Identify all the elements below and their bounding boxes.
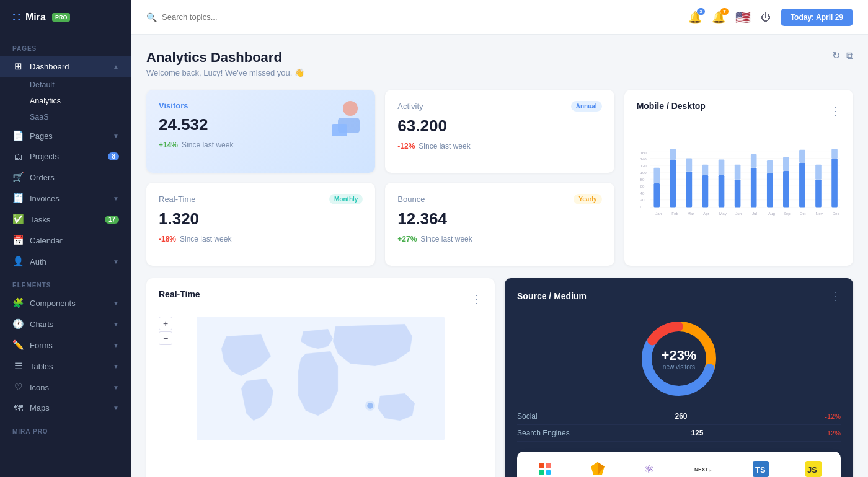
activity-change: -12% xyxy=(397,142,415,151)
sidebar-item-tasks[interactable]: ✅ Tasks 17 xyxy=(0,209,131,230)
today-button[interactable]: Today: April 29 xyxy=(781,9,853,26)
svg-rect-24 xyxy=(670,149,676,159)
icons-chevron: ▼ xyxy=(113,384,119,391)
search-icon: 🔍 xyxy=(146,12,157,22)
source-more[interactable]: ⋮ xyxy=(830,289,841,303)
pages-icon: 📄 xyxy=(12,130,24,141)
svg-text:Feb: Feb xyxy=(671,211,678,216)
realtime-change: -18% xyxy=(159,235,176,243)
map-controls: + − xyxy=(159,317,172,345)
mira-logo-icon: ∷ xyxy=(12,10,20,25)
invoices-label: Invoices xyxy=(30,194,60,203)
sidebar-item-charts[interactable]: 🕐 Charts ▼ xyxy=(0,313,131,335)
svg-text:40: 40 xyxy=(640,191,644,195)
pages-chevron: ▼ xyxy=(113,133,119,139)
calendar-label: Calendar xyxy=(30,236,63,245)
map-zoom-out[interactable]: − xyxy=(159,331,172,345)
sidebar-item-invoices[interactable]: 🧾 Invoices ▼ xyxy=(0,188,131,209)
svg-rect-27 xyxy=(702,175,708,207)
maps-chevron: ▼ xyxy=(113,405,119,411)
svg-rect-30 xyxy=(718,160,724,175)
sidebar-item-calendar[interactable]: 📅 Calendar xyxy=(0,230,131,251)
charts-chevron: ▼ xyxy=(113,321,119,328)
map-title: Real-Time xyxy=(159,289,200,299)
language-selector[interactable]: 🇺🇸 xyxy=(735,10,751,25)
realtime-badge: Monthly xyxy=(329,194,363,204)
notifications-button[interactable]: 🔔 3 xyxy=(688,11,702,24)
sub-item-default[interactable]: Default xyxy=(0,77,131,93)
activity-value: 63.200 xyxy=(397,116,601,136)
mobile-desktop-chart-svg: 160 140 120 100 80 60 40 20 0 xyxy=(637,128,841,252)
sub-item-analytics[interactable]: Analytics xyxy=(0,93,131,109)
svg-text:20: 20 xyxy=(640,198,644,202)
svg-rect-33 xyxy=(751,168,757,208)
power-button[interactable]: ⏻ xyxy=(761,12,771,23)
sidebar-item-forms[interactable]: ✏️ Forms ▼ xyxy=(0,335,131,356)
maps-label: Maps xyxy=(30,403,50,413)
javascript-logo: JS xyxy=(805,460,822,477)
auth-label: Auth xyxy=(30,257,46,266)
pages-label: Pages xyxy=(30,131,53,141)
search-area: 🔍 xyxy=(146,12,298,22)
svg-text:TS: TS xyxy=(755,465,766,475)
alerts-button[interactable]: 🔔 7 xyxy=(712,11,725,24)
svg-point-59 xyxy=(365,401,375,411)
page-header: Analytics Dashboard Welcome back, Lucy! … xyxy=(146,50,853,77)
map-zoom-in[interactable]: + xyxy=(159,317,172,330)
section-label-pages: PAGES xyxy=(0,35,131,56)
svg-rect-38 xyxy=(783,157,789,171)
svg-rect-32 xyxy=(734,165,740,180)
stats-grid: Visitors 24.532 +14% Since last week Act… xyxy=(146,90,853,266)
sidebar-item-pages[interactable]: 📄 Pages ▼ xyxy=(0,125,131,146)
svg-rect-37 xyxy=(783,171,789,207)
sub-item-saas[interactable]: SaaS xyxy=(0,109,131,125)
realtime-header: Real-Time Monthly xyxy=(159,194,363,204)
realtime-footer: -18% Since last week xyxy=(159,235,363,243)
svg-rect-35 xyxy=(767,173,773,208)
nextjs-logo: NEXT .js xyxy=(694,463,717,475)
tasks-icon: ✅ xyxy=(12,214,24,225)
visitors-card: Visitors 24.532 +14% Since last week xyxy=(146,90,375,173)
main-area: 🔍 🔔 3 🔔 7 🇺🇸 ⏻ Today: April 29 xyxy=(131,0,868,477)
calendar-icon: 📅 xyxy=(12,235,24,246)
activity-badge: Annual xyxy=(571,101,602,112)
projects-icon: 🗂 xyxy=(12,151,24,162)
search-input[interactable] xyxy=(162,12,298,22)
redux-logo: ⚛ xyxy=(642,460,659,477)
page-header-text: Analytics Dashboard Welcome back, Lucy! … xyxy=(146,50,304,77)
svg-rect-28 xyxy=(702,165,708,175)
map-more[interactable]: ⋮ xyxy=(471,292,482,306)
sidebar-item-maps[interactable]: 🗺 Maps ▼ xyxy=(0,398,131,418)
forms-icon: ✏️ xyxy=(12,339,24,351)
content-area: Analytics Dashboard Welcome back, Lucy! … xyxy=(131,35,868,477)
svg-rect-25 xyxy=(686,172,692,208)
sidebar-item-projects[interactable]: 🗂 Projects 8 xyxy=(0,146,131,167)
sidebar-item-components[interactable]: 🧩 Components ▼ xyxy=(0,292,131,313)
sidebar-item-auth[interactable]: 👤 Auth ▼ xyxy=(0,251,131,272)
sidebar-item-icons[interactable]: ♡ Icons ▼ xyxy=(0,377,131,398)
svg-text:Oct: Oct xyxy=(799,211,805,216)
projects-badge: 8 xyxy=(108,152,119,160)
svg-rect-68 xyxy=(539,470,544,475)
charts-icon: 🕐 xyxy=(12,318,24,330)
sidebar-item-dashboard[interactable]: ⊞ Dashboard ▲ xyxy=(0,56,131,77)
sidebar-item-orders[interactable]: 🛒 Orders xyxy=(0,167,131,188)
filter-button[interactable]: ⧉ xyxy=(846,50,853,61)
header-actions: ↻ ⧉ xyxy=(832,50,853,61)
svg-text:100: 100 xyxy=(640,170,647,175)
topbar: 🔍 🔔 3 🔔 7 🇺🇸 ⏻ Today: April 29 xyxy=(131,0,868,35)
mobile-desktop-header: Mobile / Desktop ⋮ xyxy=(637,101,841,121)
figma-logo xyxy=(536,460,554,477)
svg-rect-64 xyxy=(539,463,544,468)
mobile-desktop-more[interactable]: ⋮ xyxy=(830,104,841,118)
dashboard-icon: ⊞ xyxy=(12,61,24,72)
sidebar-item-tables[interactable]: ☰ Tables ▼ xyxy=(0,356,131,377)
svg-text:160: 160 xyxy=(640,151,647,155)
refresh-button[interactable]: ↻ xyxy=(832,50,840,61)
source-chg-social: -12% xyxy=(825,413,841,420)
svg-text:NEXT: NEXT xyxy=(694,466,709,473)
bounce-value: 12.364 xyxy=(397,209,601,229)
bounce-footer: +27% Since last week xyxy=(397,235,601,243)
invoices-icon: 🧾 xyxy=(12,193,24,204)
tasks-badge: 17 xyxy=(105,216,119,224)
